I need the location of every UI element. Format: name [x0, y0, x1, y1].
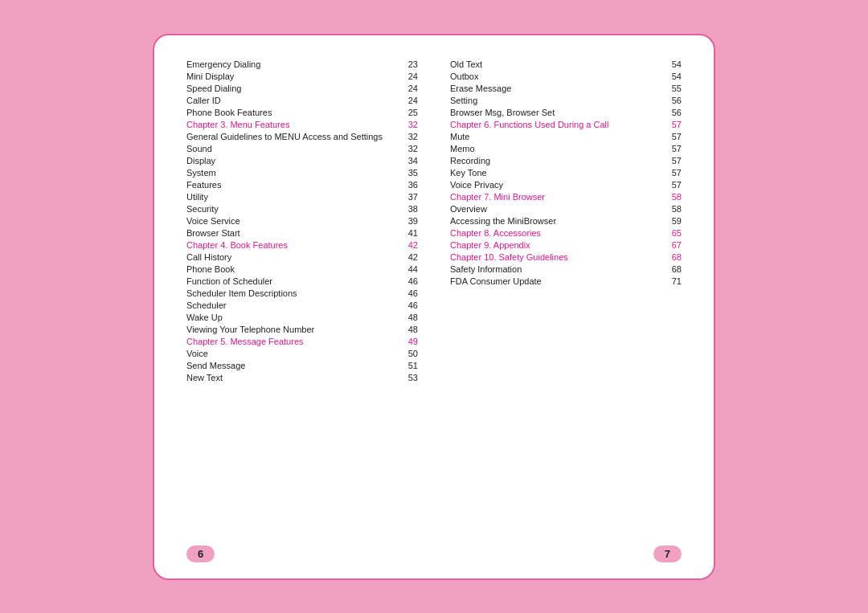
content-area: Emergency Dialing23Mini Display24Speed D…: [186, 59, 682, 533]
toc-label: Call History: [186, 252, 398, 262]
toc-page: 37: [398, 192, 418, 202]
toc-entry: Scheduler Item Descriptions46: [186, 288, 418, 298]
toc-page: 57: [661, 120, 682, 129]
toc-label: Features: [186, 180, 398, 190]
toc-entry: Memo57: [450, 144, 682, 153]
toc-entry: New Text53: [186, 373, 418, 382]
left-page-number: 6: [186, 546, 215, 562]
toc-entry: Old Text54: [450, 59, 682, 69]
toc-entry: Browser Msg, Browser Set56: [450, 108, 682, 117]
toc-page: 68: [661, 264, 682, 274]
toc-page: 46: [398, 288, 418, 298]
toc-page: 48: [398, 313, 418, 322]
toc-entry: Chapter 5. Message Features49: [186, 337, 418, 346]
toc-entry: General Guidelines to MENU Access and Se…: [186, 132, 418, 141]
toc-entry: Function of Scheduler46: [186, 276, 418, 286]
toc-label: New Text: [186, 373, 398, 382]
toc-label: Mute: [450, 132, 661, 141]
toc-page: 71: [661, 276, 682, 286]
toc-label: Memo: [450, 144, 661, 153]
toc-label: Key Tone: [450, 168, 661, 178]
toc-page: 59: [661, 216, 682, 226]
toc-page: 44: [398, 264, 418, 274]
right-column: Old Text54Outbox54Erase Message55Setting…: [434, 59, 682, 533]
toc-label: Old Text: [450, 59, 661, 69]
toc-label: Chapter 3. Menu Features: [186, 120, 398, 129]
toc-entry: Chapter 3. Menu Features32: [186, 120, 418, 129]
toc-entry: Voice50: [186, 349, 418, 358]
toc-label: Chapter 7. Mini Browser: [450, 192, 661, 202]
toc-page: 42: [398, 240, 418, 250]
toc-label: Accessing the MiniBrowser: [450, 216, 661, 226]
toc-label: Chapter 4. Book Features: [186, 240, 398, 250]
toc-entry: Chapter 10. Safety Guidelines68: [450, 252, 682, 262]
toc-page: 54: [661, 72, 682, 81]
toc-page: 46: [398, 276, 418, 286]
toc-page: 49: [398, 337, 418, 346]
toc-page: 46: [398, 300, 418, 310]
toc-label: Overview: [450, 204, 661, 214]
toc-label: Browser Start: [186, 228, 398, 238]
toc-label: Function of Scheduler: [186, 276, 398, 286]
toc-entry: Wake Up48: [186, 313, 418, 322]
toc-entry: Speed Dialing24: [186, 84, 418, 93]
toc-label: Scheduler Item Descriptions: [186, 288, 398, 298]
toc-entry: Chapter 7. Mini Browser58: [450, 192, 682, 202]
toc-page: 68: [661, 252, 682, 262]
toc-entry: Outbox54: [450, 72, 682, 81]
toc-label: Wake Up: [186, 313, 398, 322]
toc-page: 54: [661, 59, 682, 69]
toc-label: General Guidelines to MENU Access and Se…: [186, 132, 398, 141]
toc-page: 24: [398, 72, 418, 81]
toc-page: 32: [398, 132, 418, 141]
toc-page: 32: [398, 144, 418, 153]
toc-entry: Overview58: [450, 204, 682, 214]
toc-entry: Emergency Dialing23: [186, 59, 418, 69]
toc-entry: Browser Start41: [186, 228, 418, 238]
toc-page: 24: [398, 96, 418, 105]
toc-label: Recording: [450, 156, 661, 166]
toc-label: Setting: [450, 96, 661, 105]
toc-page: 23: [398, 59, 418, 69]
toc-entry: Key Tone57: [450, 168, 682, 178]
toc-label: Viewing Your Telephone Number: [186, 325, 398, 334]
toc-entry: Scheduler46: [186, 300, 418, 310]
toc-label: Phone Book Features: [186, 108, 398, 117]
toc-page: 56: [661, 96, 682, 105]
page-container: Emergency Dialing23Mini Display24Speed D…: [153, 34, 715, 580]
toc-entry: Call History42: [186, 252, 418, 262]
toc-page: 36: [398, 180, 418, 190]
toc-entry: Chapter 4. Book Features42: [186, 240, 418, 250]
toc-page: 42: [398, 252, 418, 262]
toc-entry: Viewing Your Telephone Number48: [186, 325, 418, 334]
toc-entry: Chapter 6. Functions Used During a Call5…: [450, 120, 682, 129]
toc-label: Outbox: [450, 72, 661, 81]
toc-label: Send Message: [186, 361, 398, 370]
toc-page: 24: [398, 84, 418, 93]
toc-label: Chapter 9. Appendix: [450, 240, 661, 250]
toc-entry: Sound32: [186, 144, 418, 153]
toc-label: Display: [186, 156, 398, 166]
toc-entry: Display34: [186, 156, 418, 166]
toc-entry: Caller ID24: [186, 96, 418, 105]
toc-entry: System35: [186, 168, 418, 178]
toc-label: Chapter 6. Functions Used During a Call: [450, 120, 661, 129]
toc-entry: Voice Privacy57: [450, 180, 682, 190]
toc-label: Emergency Dialing: [186, 59, 398, 69]
toc-label: System: [186, 168, 398, 178]
toc-entry: Voice Service39: [186, 216, 418, 226]
toc-entry: Chapter 9. Appendix67: [450, 240, 682, 250]
toc-page: 57: [661, 156, 682, 166]
toc-entry: Setting56: [450, 96, 682, 105]
toc-page: 53: [398, 373, 418, 382]
toc-page: 38: [398, 204, 418, 214]
toc-page: 25: [398, 108, 418, 117]
toc-entry: Phone Book44: [186, 264, 418, 274]
toc-page: 58: [661, 192, 682, 202]
toc-label: Sound: [186, 144, 398, 153]
toc-page: 32: [398, 120, 418, 129]
toc-page: 48: [398, 325, 418, 334]
toc-page: 55: [661, 84, 682, 93]
toc-entry: Safety Information68: [450, 264, 682, 274]
toc-label: Chapter 8. Accessories: [450, 228, 661, 238]
